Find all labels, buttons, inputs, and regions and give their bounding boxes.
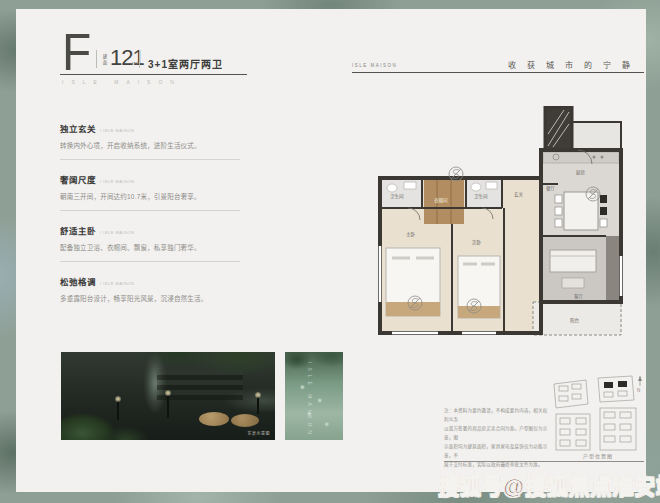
feature-item: 舒适主卧/ ISLE MAISON 配备独立卫浴、衣帽间、飘窗，私享独门奢华。 (60, 220, 240, 262)
feature-desc: 朝南三开间，开间达约10.7米，引景阳台奢享。 (60, 191, 240, 201)
disclaimer-line: 示面积均为建筑面积，家具家电及装饰仅为功能示意，不 (444, 442, 548, 460)
area-prefix-label: 建面 (101, 54, 109, 66)
feature-title: 独立玄关 (60, 122, 96, 134)
masthead-brand: ISLE MAISON (352, 63, 397, 68)
svg-text:主卧: 主卧 (406, 231, 415, 238)
feature-title: 奢阔尺度 (60, 173, 96, 185)
svg-text:卫生间: 卫生间 (474, 193, 488, 200)
stone-steps (157, 370, 243, 400)
brand-spaced-label: ISLE MAISON (62, 79, 182, 85)
stair-shaft (545, 107, 572, 150)
photo-caption: 实景示意图 (248, 430, 271, 436)
floorplan: 卫生间 衣帽间 卫生间 玄关 主卧 次卧 厨房 餐厅 客厅 阳台 (378, 106, 626, 340)
svg-text:厨房: 厨房 (576, 169, 585, 176)
svg-text:卫生间: 卫生间 (390, 193, 404, 200)
keyplan-svg: N (552, 374, 644, 452)
floorplan-svg: 卫生间 衣帽间 卫生间 玄关 主卧 次卧 厨房 餐厅 客厅 阳台 (378, 106, 626, 340)
masthead-tagline: 收获城市的宁静 (508, 59, 641, 70)
svg-text:次卧: 次卧 (472, 239, 481, 246)
sohu-watermark-text: 搜狐号@搜狐焦点淮安站 (438, 468, 660, 500)
keyplan: N (552, 374, 644, 452)
svg-text:玄关: 玄关 (514, 191, 523, 198)
feature-tag: / ISLE MAISON (100, 281, 134, 286)
feature-desc: 转换内外心境，开启收纳系统，进阶生活仪式。 (60, 140, 240, 150)
keyplan-buildings (554, 376, 636, 450)
layout-label: 3+1室两厅两卫 (148, 56, 223, 71)
header-divider (96, 50, 97, 68)
feature-title: 松弛格调 (60, 275, 96, 287)
header-rule-left (60, 74, 247, 75)
stone-stool (231, 414, 259, 427)
feature-tag: / ISLE MAISON (100, 179, 134, 184)
keyplan-caption: 户型位置图 (552, 452, 644, 459)
feature-title: 舒适主卧 (60, 224, 96, 236)
feature-item: 松弛格调/ ISLE MAISON 多重露阳台设计，畅享阳光风景，沉浸自然生活。 (60, 271, 240, 312)
feature-list: 独立玄关/ ISLE MAISON 转换内外心境，开启收纳系统，进阶生活仪式。 … (60, 118, 240, 321)
feature-item: 奢阔尺度/ ISLE MAISON 朝南三开间，开间达约10.7米，引景阳台奢享… (60, 169, 240, 211)
courtyard-photo: 实景示意图 (61, 352, 275, 440)
disclaimer-line: 以双方签署的商品房买卖合同为准。户型图仅为示意，图 (444, 424, 548, 442)
disclaimer-line: 注：本资料为要约邀请，不构成要约内容，相关权利义务 (444, 406, 548, 424)
garden-lantern-icon (167, 392, 169, 418)
garden-lantern-icon (257, 394, 259, 414)
feature-desc: 配备独立卫浴、衣帽间、飘窗，私享独门奢华。 (60, 242, 240, 252)
feature-tag: / ISLE MAISON (100, 230, 134, 235)
bottom-rule (444, 461, 644, 462)
header-divider (139, 50, 140, 68)
svg-text:餐厅: 餐厅 (546, 185, 555, 192)
area-unit: m² (132, 60, 139, 66)
feature-desc: 多重露阳台设计，畅享阳光风景，沉浸自然生活。 (60, 293, 240, 303)
unit-type-letter: F (62, 26, 90, 78)
svg-text:衣帽间: 衣帽间 (434, 197, 448, 204)
header-rule-right (352, 72, 644, 73)
north-arrow-icon: N (637, 376, 642, 393)
garden-lantern-icon (117, 398, 119, 420)
stone-stool (199, 412, 229, 426)
feature-item: 独立玄关/ ISLE MAISON 转换内外心境，开启收纳系统，进阶生活仪式。 (60, 118, 240, 160)
svg-text:客厅: 客厅 (574, 293, 583, 300)
texture-photo-text: ISLE MAISON (307, 362, 313, 438)
texture-photo: ISLE MAISON (285, 352, 343, 440)
feature-tag: / ISLE MAISON (100, 128, 134, 133)
svg-text:阳台: 阳台 (570, 317, 579, 324)
disclaimer: 注：本资料为要约邀请，不构成要约内容，相关权利义务 以双方签署的商品房买卖合同为… (444, 406, 548, 469)
svg-text:N: N (637, 388, 640, 393)
